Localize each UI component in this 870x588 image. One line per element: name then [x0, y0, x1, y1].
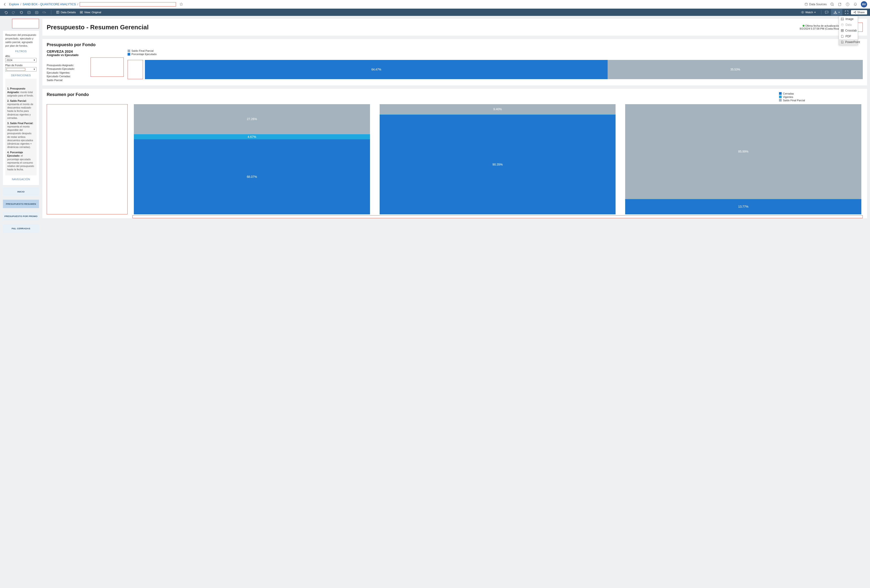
- svg-point-1: [831, 3, 833, 5]
- breadcrumb-explore[interactable]: Explore: [9, 3, 19, 6]
- legend-swatch-vigentes: [779, 95, 782, 98]
- svg-point-19: [802, 12, 803, 13]
- svg-rect-26: [841, 18, 843, 20]
- nav-presupuesto-resumen[interactable]: PRESUPUESTO RESUMEN: [3, 200, 39, 208]
- link-icon[interactable]: [42, 10, 46, 14]
- hbar-label-redacted: [128, 60, 143, 79]
- fondo-title: CERVEZA 2024: [47, 49, 88, 53]
- search-icon[interactable]: [830, 2, 834, 6]
- ano-label: Año: [5, 55, 37, 58]
- svg-point-21: [854, 12, 855, 13]
- watch-button[interactable]: Watch▼: [799, 10, 818, 15]
- filtros-heading: FILTROS: [5, 50, 37, 53]
- breadcrumb-current-redacted: [80, 2, 176, 6]
- page-title: Presupuesto - Resumen Gerencial: [47, 24, 149, 31]
- svg-line-25: [855, 12, 855, 13]
- plan-fondo-label: Plan de Fondo: [5, 64, 37, 67]
- svg-point-0: [805, 3, 807, 4]
- svg-rect-29: [841, 29, 843, 32]
- legend-swatch-blue: [128, 53, 130, 56]
- ano-select[interactable]: 2024▼: [5, 58, 37, 62]
- refresh-icon[interactable]: [27, 10, 31, 14]
- notifications-icon[interactable]: [853, 2, 858, 6]
- redo-icon[interactable]: [12, 10, 15, 14]
- data-details-button[interactable]: Data Details: [56, 10, 76, 14]
- nav-pl-cerradas[interactable]: P&L CERRADAS: [3, 224, 39, 233]
- nav-presupuesto-promo[interactable]: PRESUPUESTO POR PROMO: [3, 212, 39, 220]
- hbar-seg-ejecutado: 64.47%: [145, 60, 608, 79]
- svg-rect-13: [57, 11, 59, 13]
- resumen-legend: Cerradas Vigentes Saldo Final Parcial: [779, 92, 805, 102]
- svg-line-2: [833, 5, 834, 6]
- fondo-legend: Saldo Final Parcial Porcentaje Ejecutado: [128, 49, 863, 56]
- download-menu: Image Data Crosstab PDF PPowerPoint: [839, 16, 858, 45]
- resumen-labels-redacted: [47, 104, 128, 214]
- sidebar-summary: Resumen del presupuesto proyectado, ejec…: [5, 33, 37, 48]
- svg-point-23: [855, 13, 856, 13]
- navegacion-heading: NAVEGACIÓN: [5, 178, 37, 181]
- download-image[interactable]: Image: [839, 16, 858, 22]
- view-original-button[interactable]: View: Original: [80, 10, 101, 14]
- stack-col-3: 85.99% 13.77%: [625, 104, 861, 214]
- svg-point-22: [855, 11, 856, 12]
- svg-rect-12: [43, 12, 45, 13]
- fondo-subtitle: Asignado vs Ejecutado: [47, 53, 88, 57]
- legend-swatch-gray: [128, 50, 130, 52]
- undo-icon[interactable]: [4, 10, 8, 14]
- svg-text:?: ?: [847, 3, 848, 6]
- new-icon[interactable]: [838, 2, 842, 6]
- revert-icon[interactable]: [19, 10, 23, 14]
- legend-swatch-cerradas: [779, 92, 782, 95]
- svg-rect-20: [834, 13, 837, 14]
- definiciones-box: 1. Presupuesto Asignado: monto total asi…: [5, 79, 37, 175]
- kpi-values-redacted: [91, 58, 124, 77]
- svg-point-27: [842, 18, 842, 19]
- download-powerpoint[interactable]: PPowerPoint: [839, 39, 858, 45]
- fondo-section-title: Presupuesto por Fondo: [47, 42, 863, 48]
- stack-col-2: 9.40% 90.35%: [380, 104, 616, 214]
- download-pdf[interactable]: PDF: [839, 33, 858, 39]
- data-sources-button[interactable]: Data Sources: [804, 3, 827, 6]
- logo-redacted: [12, 19, 39, 28]
- svg-rect-18: [81, 12, 82, 13]
- help-icon[interactable]: ?: [845, 2, 850, 6]
- download-crosstab[interactable]: Crosstab: [839, 28, 858, 33]
- kpi-labels: Presupuesto Asignado: Presupuesto Ejecut…: [47, 64, 88, 82]
- download-button[interactable]: ▼: [831, 9, 842, 15]
- svg-text:P: P: [842, 42, 843, 43]
- plan-fondo-value-redacted: [6, 68, 25, 71]
- resumen-section-title: Resumen por Fondo: [47, 92, 89, 97]
- definiciones-heading: DEFINICIONES: [5, 74, 37, 77]
- back-arrow-icon[interactable]: [3, 2, 7, 6]
- plan-fondo-select[interactable]: ▼: [5, 67, 37, 71]
- legend-swatch-saldo: [779, 99, 782, 101]
- fullscreen-icon[interactable]: [845, 10, 849, 14]
- hbar-seg-saldo: 35.53%: [608, 60, 863, 79]
- user-avatar[interactable]: RV: [861, 1, 867, 7]
- svg-line-24: [855, 12, 855, 12]
- favorite-star-icon[interactable]: [179, 2, 183, 6]
- pause-icon[interactable]: [35, 10, 39, 14]
- svg-rect-9: [36, 11, 38, 14]
- last-update-info: Última fecha de actualización 8/2/2024 5…: [800, 24, 840, 30]
- breadcrumb: Explore / SAND BOX - QUANTICORE ANALYTIC…: [9, 2, 176, 6]
- resumen-stacked-chart: 27.26% 4.67% 68.07% 9.40% 90.35% 85.99% …: [133, 104, 863, 214]
- svg-rect-17: [80, 12, 81, 13]
- breadcrumb-sandbox[interactable]: SAND BOX - QUANTICORE ANALYTICS: [22, 3, 76, 6]
- svg-point-28: [841, 24, 843, 25]
- fondo-hbar-chart: 64.47% 35.53%: [145, 60, 863, 79]
- nav-inicio[interactable]: INICIO: [3, 187, 39, 196]
- comments-icon[interactable]: [825, 10, 828, 14]
- share-button[interactable]: Share: [851, 10, 867, 15]
- resumen-axis-redacted: [133, 215, 863, 218]
- stack-col-1: 27.26% 4.67% 68.07%: [134, 104, 370, 214]
- download-data: Data: [839, 22, 858, 28]
